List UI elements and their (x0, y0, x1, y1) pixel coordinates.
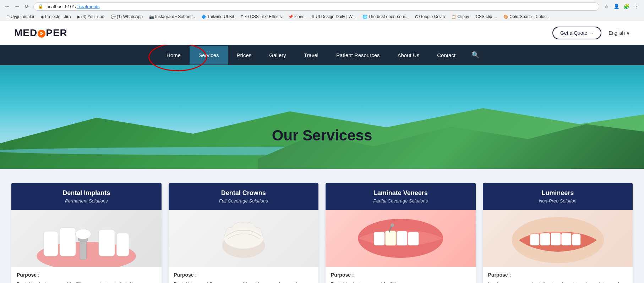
nav-link-about-us[interactable]: About Us (389, 46, 429, 65)
back-button[interactable]: ← (4, 3, 11, 10)
bookmark-star-icon[interactable]: ☆ (602, 2, 611, 11)
icons-icon: 📌 (288, 15, 293, 19)
reload-button[interactable]: ⟳ (23, 3, 31, 10)
menu-icon[interactable]: ⋮ (632, 2, 640, 11)
nav-item-patient-resources: Patient Resources (327, 46, 389, 65)
translate-icon: G (415, 15, 418, 19)
bookmark-youtube-label: (4) YouTube (81, 14, 104, 19)
search-icon[interactable]: 🔍 (464, 45, 486, 65)
service-card-dental-implants: Dental Implants Permanent Solutions (11, 183, 162, 283)
nav-item-travel: Travel (295, 46, 327, 65)
card-subtitle-laminate-veneers: Partial Coverage Solutions (331, 198, 470, 204)
card-title-lumineers: Lumineers (488, 189, 628, 197)
nav-links-list: Home Services Prices Gallery Travel Pa (158, 46, 464, 65)
bookmark-css-label: 79 CSS Text Effects (244, 14, 282, 19)
bookmark-icons-label: Icons (294, 14, 305, 19)
nav-item-contact: Contact (428, 46, 464, 65)
bookmark-uidesign-label: UI Design Daily | W... (316, 14, 356, 19)
nav-link-gallery[interactable]: Gallery (260, 46, 295, 65)
bookmark-css[interactable]: F 79 CSS Text Effects (238, 13, 285, 20)
bookmark-tailwind[interactable]: 🔷 Tailwind UI Kit (198, 13, 237, 20)
nav-link-patient-resources[interactable]: Patient Resources (327, 46, 389, 65)
laminate-veneers-svg (326, 210, 476, 267)
service-card-lumineers: Lumineers Non-Prep Solution (483, 183, 633, 283)
hero-section: Home Services Prices Gallery Travel Pa (0, 45, 644, 169)
svg-point-7 (75, 229, 91, 239)
svg-rect-23 (561, 233, 571, 245)
bookmark-tailwind-label: Tailwind UI Kit (207, 14, 234, 19)
whatsapp-icon: 💬 (111, 15, 116, 19)
nav-link-home[interactable]: Home (158, 46, 190, 65)
card-image-dental-crowns (169, 210, 319, 267)
clippy-icon: 📋 (451, 15, 456, 19)
logo: MEDPER (14, 27, 67, 39)
svg-rect-4 (116, 233, 129, 256)
bookmark-whatsapp[interactable]: 💬 (1) WhatsApp (108, 13, 146, 20)
extensions-icon[interactable]: 🧩 (622, 2, 631, 11)
card-body-dental-implants: Purpose : Dental Implants are used for f… (11, 267, 162, 283)
toolbar-icons: ☆ 👤 🧩 ⋮ (602, 2, 640, 11)
nav-link-services[interactable]: Services (190, 46, 228, 65)
apps-icon: ⊞ (6, 15, 10, 19)
bookmark-colorspace-label: ColorSpace - Color... (509, 14, 549, 19)
dental-implant-svg (11, 210, 162, 267)
bookmark-jira-label: Projects - Jira (45, 14, 71, 19)
dental-crown-svg (169, 210, 319, 267)
bookmark-google-translate[interactable]: G Google Çeviri (412, 13, 448, 20)
bookmark-opensource-label: The best open-sour... (369, 14, 409, 19)
bookmark-colorspace[interactable]: 🎨 ColorSpace - Color... (501, 13, 552, 20)
profile-icon[interactable]: 👤 (612, 2, 621, 11)
website: MEDPER Get a Quote → English ∨ Home Serv… (0, 21, 644, 283)
nav-item-home: Home (158, 46, 190, 65)
get-quote-button[interactable]: Get a Quote → (552, 27, 601, 39)
browser-toolbar: ← → ⟳ 🔒 localhost:5101/Treatments ☆ 👤 🧩 … (0, 0, 644, 13)
forward-button[interactable]: → (13, 3, 21, 10)
browser-chrome: ← → ⟳ 🔒 localhost:5101/Treatments ☆ 👤 🧩 … (0, 0, 644, 21)
purpose-label-lumineers: Purpose : (488, 272, 628, 278)
logo-o-icon (38, 30, 45, 38)
colorspace-icon: 🎨 (503, 15, 508, 19)
bookmarks-bar: ⊞ Uygulamalar ◆ Projects - Jira ▶ (4) Yo… (0, 13, 644, 21)
logo-text-per: PER (46, 27, 67, 38)
bookmark-translate-label: Google Çeviri (419, 14, 445, 19)
services-grid: Dental Implants Permanent Solutions (11, 183, 633, 283)
bookmark-instagram[interactable]: 📷 Instagram • Sohbet... (146, 13, 198, 20)
service-card-dental-crowns: Dental Crowns Full Coverage Solutions (169, 183, 319, 283)
card-image-dental-implants (11, 210, 162, 267)
card-title-dental-implants: Dental Implants (17, 189, 156, 197)
opensource-icon: 🌐 (362, 15, 367, 19)
card-image-lumineers (483, 210, 633, 267)
nav-item-about-us: About Us (389, 46, 429, 65)
svg-point-10 (224, 228, 263, 248)
address-bar[interactable]: 🔒 localhost:5101/Treatments (33, 2, 599, 11)
service-card-laminate-veneers: Laminate Veneers Partial Coverage Soluti… (326, 183, 476, 283)
purpose-text-dental-crowns: Dental Veneers / Crowns are used for wid… (174, 281, 313, 283)
logo-text-med: MED (14, 27, 37, 38)
card-title-dental-crowns: Dental Crowns (174, 189, 313, 197)
hero-water-decoration (0, 147, 620, 155)
uidesign-icon: 🖥 (311, 15, 315, 19)
css-icon: F (241, 15, 243, 19)
bookmark-opensource[interactable]: 🌐 The best open-sour... (360, 13, 411, 20)
svg-rect-16 (385, 231, 396, 245)
bookmark-jira[interactable]: ◆ Projects - Jira (38, 13, 73, 20)
svg-rect-2 (60, 228, 76, 256)
svg-rect-14 (397, 231, 407, 245)
bookmark-icons[interactable]: 📌 Icons (285, 13, 307, 20)
language-selector[interactable]: English ∨ (608, 30, 630, 36)
tailwind-icon: 🔷 (201, 15, 206, 19)
nav-item-prices: Prices (228, 46, 261, 65)
header-right: Get a Quote → English ∨ (552, 27, 630, 39)
nav-link-travel[interactable]: Travel (295, 46, 327, 65)
bookmark-apps[interactable]: ⊞ Uygulamalar (4, 13, 37, 20)
nav-link-prices[interactable]: Prices (228, 46, 261, 65)
bookmark-youtube[interactable]: ▶ (4) YouTube (75, 13, 107, 20)
instagram-icon: 📷 (149, 15, 154, 19)
svg-rect-15 (408, 232, 419, 245)
card-header-lumineers: Lumineers Non-Prep Solution (483, 183, 633, 210)
nav-link-contact[interactable]: Contact (428, 46, 464, 65)
nav-item-services: Services (190, 46, 228, 65)
svg-rect-5 (80, 238, 86, 260)
bookmark-uidesign[interactable]: 🖥 UI Design Daily | W... (308, 13, 359, 20)
bookmark-clippy[interactable]: 📋 Clippy — CSS clip-... (448, 13, 500, 20)
